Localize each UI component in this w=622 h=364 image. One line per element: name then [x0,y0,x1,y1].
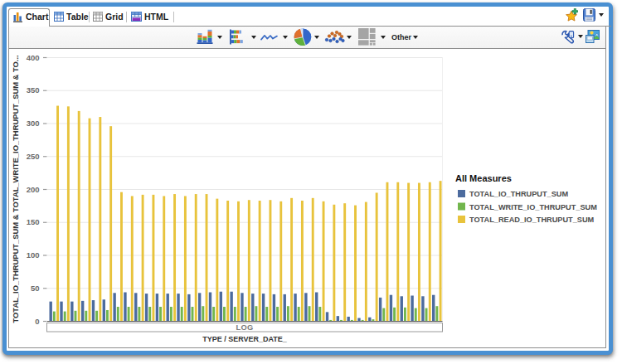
svg-text:350: 350 [27,85,40,95]
svg-text:TOTAL_IO_THRUPUT_SUM: TOTAL_IO_THRUPUT_SUM [469,190,568,198]
svg-text:All Measures: All Measures [455,173,512,183]
svg-text:TYPE / SERVER_DATE_: TYPE / SERVER_DATE_ [202,335,288,343]
svg-text:0: 0 [35,317,39,326]
svg-text:TOTAL_WRITE_IO_THRUPUT_SUM: TOTAL_WRITE_IO_THRUPUT_SUM [469,203,597,211]
svg-text:400: 400 [27,53,40,62]
svg-text:TOTAL_READ_IO_THRUPUT_SUM: TOTAL_READ_IO_THRUPUT_SUM [469,216,595,224]
svg-text:LOG: LOG [236,323,253,332]
svg-text:200: 200 [27,185,40,194]
svg-text:250: 250 [27,152,40,161]
svg-text:50: 50 [31,284,40,293]
svg-text:100: 100 [27,250,40,260]
svg-text:150: 150 [27,217,40,226]
svg-text:300: 300 [27,119,40,128]
svg-text:TOTAL_IO_THRUPUT_SUM & TOTAL_W: TOTAL_IO_THRUPUT_SUM & TOTAL_WRITE_IO_TH… [11,55,20,323]
